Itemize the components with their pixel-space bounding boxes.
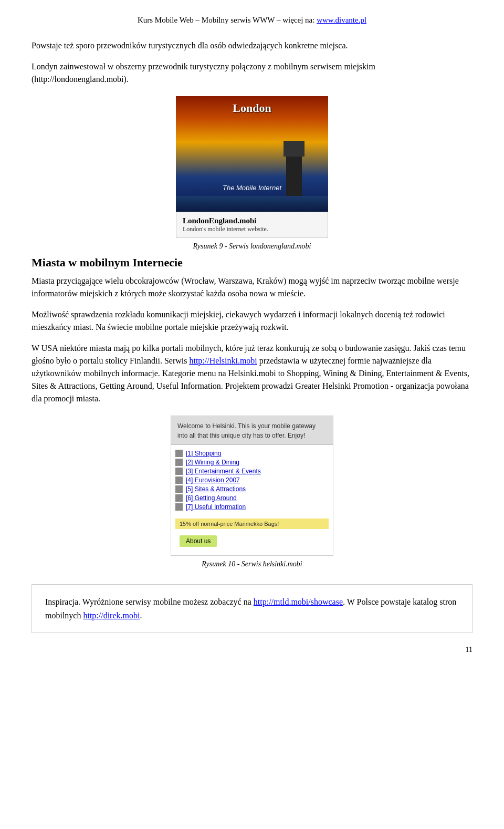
helsinki-caption: Rysunek 10 - Serwis helsinki.mobi bbox=[32, 560, 472, 568]
intro-paragraph-2: Londyn zainwestował w obszerny przewodni… bbox=[32, 60, 472, 86]
menu-item-7[interactable]: [7] Useful Information bbox=[175, 503, 329, 511]
menu-item-label-3: [3] Entertainment & Events bbox=[186, 468, 261, 475]
menu-bullet-3 bbox=[175, 468, 183, 475]
london-site-desc: London's mobile internet website. bbox=[183, 225, 321, 233]
menu-item-5[interactable]: [5] Sites & Attractions bbox=[175, 485, 329, 493]
menu-bullet-6 bbox=[175, 494, 183, 502]
menu-item-label-2: [2] Wining & Dining bbox=[186, 459, 239, 466]
intro-paragraph-1: Powstaje też sporo przewodników turystyc… bbox=[32, 39, 472, 52]
inspiration-text-1: Inspiracja. Wyróżnione serwisy mobilne m… bbox=[45, 597, 254, 606]
header-link[interactable]: www.divante.pl bbox=[317, 16, 366, 24]
menu-item-label-5: [5] Sites & Attractions bbox=[186, 485, 246, 493]
menu-item-4[interactable]: [4] Eurovision 2007 bbox=[175, 476, 329, 484]
menu-item-label-6: [6] Getting Around bbox=[186, 494, 237, 502]
menu-item-2[interactable]: [2] Wining & Dining bbox=[175, 459, 329, 466]
page-header: Kurs Mobile Web – Mobilny serwis WWW – w… bbox=[32, 16, 472, 25]
helsinki-welcome-text: Welcome to Helsinki. This is your mobile… bbox=[171, 416, 333, 445]
london-figure: London The Mobile Internet LondonEngland… bbox=[32, 96, 472, 251]
showcase-link[interactable]: http://mtld.mobi/showcase bbox=[254, 597, 343, 606]
page: Kurs Mobile Web – Mobilny serwis WWW – w… bbox=[0, 0, 504, 665]
section-heading: Miasta w mobilnym Internecie bbox=[32, 256, 472, 270]
helsinki-image-container: Welcome to Helsinki. This is your mobile… bbox=[171, 416, 333, 556]
menu-item-6[interactable]: [6] Getting Around bbox=[175, 494, 329, 502]
inspiration-box: Inspiracja. Wyróżnione serwisy mobilne m… bbox=[32, 584, 472, 633]
header-text: Kurs Mobile Web – Mobilny serwis WWW – w… bbox=[138, 16, 317, 24]
helsinki-link[interactable]: http://Helsinki.mobi bbox=[189, 356, 257, 365]
menu-bullet-1 bbox=[175, 450, 183, 457]
menu-bullet-4 bbox=[175, 476, 183, 484]
direk-link[interactable]: http://direk.mobi bbox=[83, 611, 140, 620]
helsinki-figure: Welcome to Helsinki. This is your mobile… bbox=[32, 416, 472, 568]
inspiration-text-3: . bbox=[140, 611, 142, 620]
big-ben-top-icon bbox=[284, 141, 304, 157]
menu-bullet-2 bbox=[175, 459, 183, 466]
helsinki-about-button[interactable]: About us bbox=[180, 535, 217, 547]
helsinki-menu: [1] Shopping [2] Wining & Dining [3] Ent… bbox=[171, 445, 333, 515]
menu-item-label-1: [1] Shopping bbox=[186, 450, 221, 457]
body-paragraph-3: W USA niektóre miasta mają po kilka port… bbox=[32, 342, 472, 405]
page-number: 11 bbox=[466, 646, 472, 654]
menu-item-label-7: [7] Useful Information bbox=[186, 503, 246, 511]
menu-item-1[interactable]: [1] Shopping bbox=[175, 450, 329, 457]
menu-bullet-5 bbox=[175, 485, 183, 493]
mobile-internet-label: The Mobile Internet bbox=[176, 184, 328, 192]
london-site-name: LondonEngland.mobi bbox=[183, 216, 321, 225]
london-info-box: LondonEngland.mobi London's mobile inter… bbox=[176, 212, 328, 238]
water-decoration bbox=[176, 196, 328, 212]
body-paragraph-1: Miasta przyciągające wielu obcokrajowców… bbox=[32, 275, 472, 300]
menu-bullet-7 bbox=[175, 503, 183, 511]
london-caption: Rysunek 9 - Serwis londonengland.mobi bbox=[176, 242, 328, 251]
helsinki-about-container: About us bbox=[171, 532, 333, 555]
london-image-container: London The Mobile Internet LondonEngland… bbox=[176, 96, 328, 251]
london-title: London bbox=[233, 101, 271, 115]
london-image: London The Mobile Internet bbox=[176, 96, 328, 212]
body-paragraph-2: Możliwość sprawdzenia rozkładu komunikac… bbox=[32, 308, 472, 334]
menu-item-3[interactable]: [3] Entertainment & Events bbox=[175, 468, 329, 475]
helsinki-promo: 15% off normal-price Marimekko Bags! bbox=[175, 519, 329, 529]
menu-item-label-4: [4] Eurovision 2007 bbox=[186, 476, 240, 484]
